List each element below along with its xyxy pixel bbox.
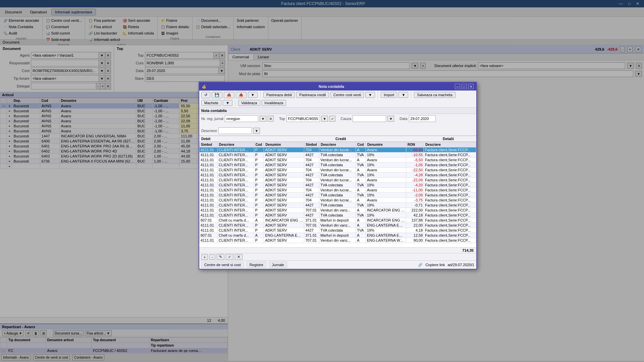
nota-table-row[interactable]: 607.01 Chelt cu marfa d... A ENG-LANTERN… <box>200 233 476 238</box>
nota-table-row[interactable]: 4111.01 CLIENTI INTER... P ADKIT SERV 70… <box>200 223 476 228</box>
nota-col-headers: Simbol Descriere Cod Denumire Simbol Des… <box>200 142 476 147</box>
nota-clear-btn[interactable]: ✕ <box>235 254 243 260</box>
nota-c-den: Avans <box>366 198 406 203</box>
nota-top-input[interactable] <box>286 115 320 122</box>
nota-table-row[interactable]: 4111.01 CLIENTI INTER... P ADKIT SERV 44… <box>200 153 476 158</box>
nota-d-cod: P <box>254 193 264 198</box>
modal-export-btn[interactable]: 📤 <box>224 92 234 98</box>
nota-c-cod: A <box>356 218 366 223</box>
nota-d-desc: CLIENTI INTER... <box>218 208 254 213</box>
cauza-label: Cauza <box>341 117 352 121</box>
nota-c-simbol: 4427 <box>304 228 319 233</box>
import-btn[interactable]: Import <box>381 92 397 98</box>
nota-c-desc: TVA colectata <box>319 153 356 158</box>
nota-c-cod: TVA <box>356 193 366 198</box>
machete-more-btn[interactable]: ▼ <box>223 100 232 106</box>
nota-d-desc: CLIENTI INTER... <box>218 168 254 173</box>
nota-table-area[interactable]: Simbol Descriere Cod Denumire Simbol Des… <box>199 142 476 247</box>
cauza-input[interactable] <box>353 115 386 122</box>
nota-table-row[interactable]: 4111.01 CLIENTI INTER... P ADKIT SERV 70… <box>200 168 476 173</box>
modal-sep3 <box>411 92 411 98</box>
nota-table-row[interactable]: 607.01 Chelt cu marfa d... A INCARCATOR … <box>200 218 476 223</box>
modal-sep4 <box>235 100 235 106</box>
modal-more-btn[interactable]: ▼ <box>248 92 258 98</box>
nota-minus-btn[interactable]: - <box>209 254 215 260</box>
nota-table-row[interactable]: 4111.01 CLIENTI INTER... P ADKIT SERV 70… <box>200 208 476 213</box>
nota-data-field: Data <box>399 115 435 122</box>
valideaza-btn[interactable]: Valideaza <box>238 100 260 106</box>
cauza-field: Cauza ▼ <box>341 115 394 122</box>
tab-jurnale[interactable]: Jurnale <box>269 262 287 268</box>
nota-descriere-input[interactable] <box>218 127 252 134</box>
nota-top-dropdown[interactable]: ▼ <box>321 116 328 122</box>
nota-table-row[interactable]: 4111.01 CLIENTI INTER... P ADKIT SERV 44… <box>200 213 476 218</box>
nota-edit-btn[interactable]: ✎ <box>217 254 224 260</box>
pastreaza-debit-btn[interactable]: Pastreaza debit <box>263 92 295 98</box>
centre-cost-venti-btn[interactable]: Centre cost venti <box>330 92 364 98</box>
tab-registre[interactable]: Registre <box>247 262 266 268</box>
nota-d-cod: A <box>254 233 264 238</box>
nota-d-cod: P <box>254 208 264 213</box>
salveaza-macheta-btn[interactable]: Salveaza ca macheta <box>414 92 455 98</box>
nota-check-btn[interactable]: ✓ <box>226 254 233 260</box>
nota-table-row[interactable]: 4111.01 CLIENTI INTER... P ADKIT SERV 44… <box>200 193 476 198</box>
nota-c-den: ENG-LANTERNA ESSEN... <box>366 223 406 228</box>
modal-import-btn2[interactable]: 📥 <box>236 92 247 98</box>
nr-reg-dropdown[interactable]: ▼ <box>260 116 266 122</box>
machete-btn[interactable]: Machete <box>201 100 221 106</box>
modal-minimize-btn[interactable]: — <box>455 84 460 89</box>
nota-table-row[interactable]: 4111.01 CLIENTI INTER... P ADKIT SERV 44… <box>200 183 476 188</box>
nota-c-cod: TVA <box>356 153 366 158</box>
nota-d-desc: Chelt cu marfa d... <box>218 233 254 238</box>
nota-c-desc: TVA colectata <box>319 163 356 168</box>
modal-close-btn[interactable]: ✕ <box>468 84 474 89</box>
nota-d-desc: CLIENTI INTER... <box>218 163 254 168</box>
nota-table-row[interactable]: 4111.01 CLIENTI INTER... P ADKIT SERV 44… <box>200 228 476 233</box>
nota-table-row[interactable]: 4111.01 CLIENTI INTER... P ADKIT SERV 70… <box>200 158 476 163</box>
nota-table-row[interactable]: 4111.01 CLIENTI INTER... P ADKIT SERV 44… <box>200 203 476 208</box>
nota-d-simbol: 4111.01 <box>200 213 218 218</box>
nota-table-row[interactable]: 4111.01 CLIENTI INTER... P ADKIT SERV 70… <box>200 238 476 243</box>
nota-table-row[interactable]: 4111.01 CLIENTI INTER... P ADKIT SERV 70… <box>200 188 476 193</box>
nota-d-cod: P <box>254 173 264 178</box>
import-more-btn[interactable]: ▼ <box>398 92 408 98</box>
nota-top-check[interactable]: ✓ <box>329 116 335 122</box>
cauza-dropdown[interactable]: ▼ <box>387 116 394 122</box>
nota-add-btn[interactable]: + <box>201 254 208 260</box>
modal-maximize-btn[interactable]: □ <box>462 84 467 89</box>
tab-centre-venit-cost[interactable]: Centre de venit si cost <box>201 262 244 268</box>
pastreaza-credit-btn[interactable]: Pastreaza credit <box>296 92 329 98</box>
nota-d-cod: P <box>254 223 264 228</box>
nr-reg-clear[interactable]: ✕ <box>268 116 274 122</box>
nota-total-row: 714,35 <box>199 247 476 253</box>
nota-d-desc: CLIENTI INTER... <box>218 173 254 178</box>
nota-data-input[interactable] <box>409 115 436 122</box>
modal-refresh-btn[interactable]: ↺ <box>201 92 210 98</box>
nota-c-den: 19% <box>366 203 406 208</box>
nota-d-simbol: 4111.01 <box>200 198 218 203</box>
nota-table-row[interactable]: 4111.01 CLIENTI INTER... P ADKIT SERV 70… <box>200 178 476 183</box>
modal-more2-btn[interactable]: ▼ <box>365 92 375 98</box>
nota-ron: 137,88 <box>406 218 424 223</box>
invalideaza-btn[interactable]: Invalideaza <box>262 100 286 106</box>
debit-section-label: Debit <box>201 137 329 141</box>
nota-c-den: 19% <box>366 183 406 188</box>
nota-d-simbol: 4111.01 <box>200 193 218 198</box>
nota-c-den: Avans <box>366 178 406 183</box>
nota-d-desc: CLIENTI INTER... <box>218 183 254 188</box>
nota-table-row[interactable]: 4111.01 CLIENTI INTER... P ADKIT SERV 70… <box>200 147 476 153</box>
nota-c-den: 19% <box>366 153 406 158</box>
nota-table-row[interactable]: 4111.01 CLIENTI INTER... P ADKIT SERV 44… <box>200 173 476 178</box>
nota-c-cod: A <box>356 147 366 153</box>
nota-col-debit-desc: Descriere <box>218 142 254 147</box>
nota-d-den: ADKIT SERV <box>264 223 304 228</box>
nr-reg-input[interactable] <box>225 115 258 122</box>
modal-save-btn[interactable]: 💾 <box>212 92 222 98</box>
nota-descriere-dropdown[interactable]: ▼ <box>253 128 260 134</box>
nota-table-row[interactable]: 4111.01 CLIENTI INTER... P ADKIT SERV 44… <box>200 163 476 168</box>
nota-descriere: Factura client,Serie:FCCP... <box>424 193 476 198</box>
nota-subtitle: Nota contabila <box>199 108 476 114</box>
nota-c-simbol: 4427 <box>304 203 319 208</box>
nota-table-row[interactable]: 4111.01 CLIENTI INTER... P ADKIT SERV 70… <box>200 198 476 203</box>
nota-d-desc: CLIENTI INTER... <box>218 223 254 228</box>
